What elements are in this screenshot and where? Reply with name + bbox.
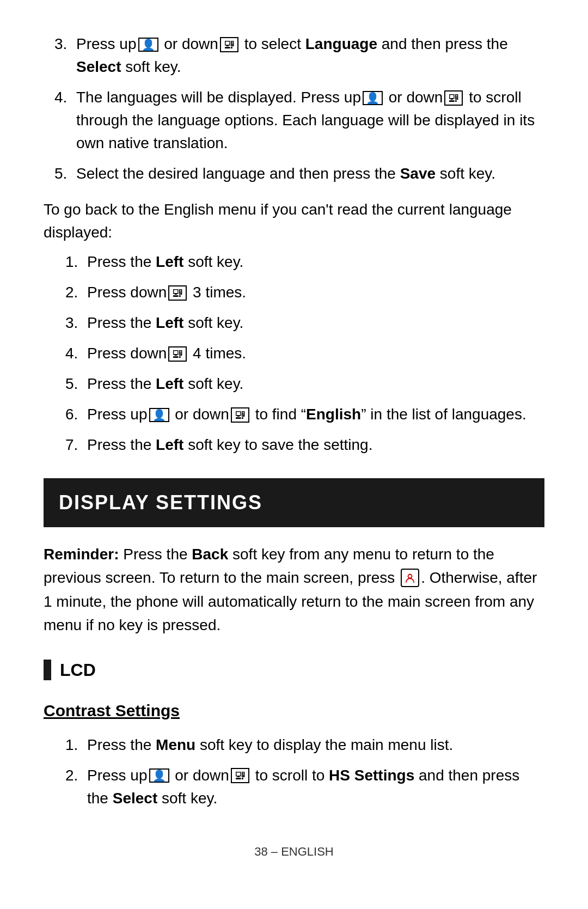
back-to-english-list: 1. Press the Left soft key. 2. Press dow… (54, 251, 544, 456)
list-text: Press the Left soft key to save the sett… (87, 434, 544, 456)
list-item: 4. The languages will be displayed. Pres… (44, 86, 544, 155)
lcd-heading: LCD (44, 657, 544, 683)
list-item: 5. Press the Left soft key. (54, 373, 544, 395)
list-num: 7. (65, 434, 87, 456)
svg-point-0 (408, 575, 412, 578)
list-text: Select the desired language and then pre… (76, 162, 544, 185)
list-text: Press the Left soft key. (87, 251, 544, 273)
list-item: 7. Press the Left soft key to save the s… (54, 434, 544, 456)
list-num: 6. (65, 403, 87, 426)
list-text: Press the Left soft key. (87, 312, 544, 334)
up-icon: 👤 (363, 91, 383, 105)
lcd-heading-text: LCD (60, 657, 96, 683)
phone-home-icon (401, 569, 419, 587)
list-text: Press down🖳 4 times. (87, 342, 544, 365)
list-num: 1. (65, 251, 87, 273)
list-item: 2. Press down🖳 3 times. (54, 281, 544, 304)
page-content: 3. Press up👤 or down🖳 to select Language… (44, 33, 544, 861)
list-num: 3. (54, 33, 76, 56)
down-icon: 🖳 (231, 768, 249, 783)
list-text: Press down🖳 3 times. (87, 281, 544, 304)
contrast-list: 1. Press the Menu soft key to display th… (54, 734, 544, 810)
reminder-label: Reminder: (44, 546, 119, 563)
down-icon: 🖳 (220, 37, 238, 52)
list-text: Press up👤 or down🖳 to select Language an… (76, 33, 544, 78)
list-num: 1. (65, 734, 87, 757)
list-num: 2. (65, 764, 87, 787)
list-num: 4. (54, 86, 76, 109)
list-text: Press up👤 or down🖳 to scroll to HS Setti… (87, 764, 544, 810)
list-num: 5. (65, 373, 87, 395)
list-text: Press the Menu soft key to display the m… (87, 734, 544, 757)
list-item: 2. Press up👤 or down🖳 to scroll to HS Se… (54, 764, 544, 810)
list-item: 3. Press up👤 or down🖳 to select Language… (44, 33, 544, 78)
lcd-bar-icon (44, 660, 51, 680)
list-num: 5. (54, 162, 76, 185)
lcd-section: LCD Contrast Settings 1. Press the Menu … (44, 657, 544, 810)
list-num: 4. (65, 342, 87, 365)
up-icon: 👤 (149, 408, 169, 422)
down-icon: 🖳 (168, 346, 187, 362)
up-icon: 👤 (138, 38, 158, 52)
language-list-items: 3. Press up👤 or down🖳 to select Language… (44, 33, 544, 185)
list-text: The languages will be displayed. Press u… (76, 86, 544, 155)
display-settings-header: DISPLAY SETTINGS (44, 478, 544, 527)
list-item: 1. Press the Left soft key. (54, 251, 544, 273)
down-icon: 🖳 (444, 90, 463, 106)
back-to-english-intro: To go back to the English menu if you ca… (44, 198, 544, 244)
down-icon: 🖳 (168, 285, 187, 301)
list-item: 1. Press the Menu soft key to display th… (54, 734, 544, 757)
down-icon: 🖳 (231, 407, 249, 423)
list-text: Press the Left soft key. (87, 373, 544, 395)
reminder-block: Reminder: Press the Back soft key from a… (44, 542, 544, 637)
list-item: 3. Press the Left soft key. (54, 312, 544, 334)
up-icon: 👤 (149, 768, 169, 783)
contrast-settings-heading: Contrast Settings (44, 698, 544, 723)
list-num: 3. (65, 312, 87, 334)
list-item: 4. Press down🖳 4 times. (54, 342, 544, 365)
list-num: 2. (65, 281, 87, 304)
list-item: 6. Press up👤 or down🖳 to find “English” … (54, 403, 544, 426)
list-text: Press up👤 or down🖳 to find “English” in … (87, 403, 544, 426)
list-item: 5. Select the desired language and then … (44, 162, 544, 185)
page-footer: 38 – ENGLISH (44, 843, 544, 861)
